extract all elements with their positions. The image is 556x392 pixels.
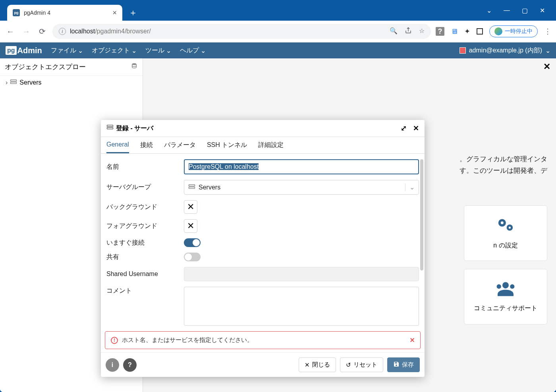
user-icon <box>459 47 466 54</box>
users-icon <box>494 281 517 300</box>
tab-advanced[interactable]: 詳細設定 <box>258 137 284 153</box>
window-minimize-icon[interactable]: — <box>504 7 510 14</box>
save-button[interactable]: 保存 <box>387 357 420 372</box>
url-input[interactable]: i localhost/pgadmin4/browser/ 🔍 ☆ <box>52 24 431 39</box>
tab-general[interactable]: General <box>106 137 129 153</box>
svg-point-6 <box>509 226 511 228</box>
sidebar-tool-icon[interactable] <box>131 62 138 71</box>
browser-tab[interactable]: pg pgAdmin 4 × <box>7 5 122 21</box>
tree-item-servers[interactable]: › Servers <box>0 76 143 89</box>
svg-point-9 <box>510 284 514 289</box>
ext-help-icon[interactable]: ? <box>436 27 444 36</box>
sidebar-header: オブジェクトエクスプロー <box>0 58 143 76</box>
tab-favicon: pg <box>13 9 20 16</box>
info-button[interactable]: i <box>106 358 119 372</box>
nav-forward-button[interactable]: → <box>21 27 32 36</box>
site-info-icon[interactable]: i <box>59 28 66 35</box>
connect-now-toggle[interactable] <box>184 238 201 247</box>
error-icon: ! <box>111 337 118 344</box>
dialog-title: 登録 - サーバ <box>116 124 153 133</box>
label-connect-now: いますぐ接続 <box>106 239 184 247</box>
background-text: 。グラフィカルな管理インタ す。このツールは開発者、デ <box>459 154 547 177</box>
label-foreground: フォアグラウンド <box>106 222 184 230</box>
scrollbar[interactable] <box>420 159 423 270</box>
bookmark-icon[interactable]: ☆ <box>419 27 425 36</box>
name-input[interactable]: PostgreSQL on localhost <box>184 159 419 174</box>
window-maximize-icon[interactable]: ▢ <box>522 7 528 14</box>
error-message: ! ホスト名、またはサービスを指定してください。 × <box>105 331 421 349</box>
menu-tool[interactable]: ツール ⌄ <box>145 46 171 55</box>
window-dropdown-icon[interactable]: ⌄ <box>486 7 492 14</box>
tab-ssh[interactable]: SSH トンネル <box>207 137 247 153</box>
svg-rect-11 <box>107 127 113 129</box>
label-background: バックグラウンド <box>106 203 184 211</box>
caret-right-icon: › <box>6 79 8 86</box>
server-group-icon <box>10 79 17 86</box>
database-icon <box>106 124 114 132</box>
dialog-close-icon[interactable]: ✕ <box>413 124 419 133</box>
reset-button[interactable]: ↺ リセット <box>340 357 383 372</box>
svg-point-4 <box>501 221 504 224</box>
window-close-icon[interactable]: ✕ <box>540 7 545 14</box>
menu-file[interactable]: ファイル ⌄ <box>51 46 83 55</box>
gear-icon <box>495 216 516 238</box>
svg-rect-1 <box>11 80 17 81</box>
reset-icon: ↺ <box>346 361 351 369</box>
svg-point-0 <box>132 63 137 65</box>
pgadmin-logo: pgAdmin <box>6 46 42 55</box>
tab-close-icon[interactable]: × <box>112 9 117 17</box>
label-shared: 共有 <box>106 253 184 261</box>
shared-toggle[interactable] <box>184 253 201 261</box>
register-server-dialog: 登録 - サーバ ⤢ ✕ General 接続 パラメータ SSH トンネル 詳… <box>101 120 425 377</box>
menu-help[interactable]: ヘルプ ⌄ <box>180 46 206 55</box>
svg-rect-13 <box>189 187 195 188</box>
url-text: localhost/pgadmin4/browser/ <box>70 28 151 35</box>
tab-title: pgAdmin 4 <box>24 10 50 16</box>
card-settings[interactable]: n の設定 <box>464 205 547 261</box>
svg-rect-12 <box>189 184 195 186</box>
help-button[interactable]: ? <box>123 358 137 372</box>
close-button[interactable]: ✕ 閉じる <box>299 357 336 372</box>
dialog-maximize-icon[interactable]: ⤢ <box>401 124 407 133</box>
menu-object[interactable]: オブジェクト ⌄ <box>92 46 137 55</box>
user-menu[interactable]: admin@example.jp (内部) ⌄ <box>459 46 550 55</box>
label-server-group: サーバグループ <box>106 183 184 191</box>
label-shared-username: Shared Username <box>106 270 184 278</box>
svg-point-7 <box>502 282 509 288</box>
new-tab-button[interactable]: ＋ <box>129 7 137 19</box>
server-group-icon <box>188 184 195 191</box>
label-name: 名前 <box>106 163 184 171</box>
foreground-color-clear[interactable]: ✕ <box>184 219 197 233</box>
svg-rect-10 <box>107 125 113 127</box>
profile-pause-badge[interactable]: 一時停止中 <box>489 25 538 37</box>
share-icon[interactable] <box>405 27 412 36</box>
card-community[interactable]: コミュニティサポート <box>464 269 547 324</box>
tab-connection[interactable]: 接続 <box>140 137 153 153</box>
panel-close-icon[interactable]: ✕ <box>543 62 550 72</box>
error-close-icon[interactable]: × <box>410 336 415 345</box>
save-icon <box>393 361 400 369</box>
nav-back-button[interactable]: ← <box>5 27 16 36</box>
background-color-clear[interactable]: ✕ <box>184 200 197 214</box>
reader-icon[interactable] <box>477 28 483 35</box>
tab-parameters[interactable]: パラメータ <box>164 137 196 153</box>
extensions-icon[interactable]: ✦ <box>464 27 470 36</box>
ext-screen-icon[interactable]: 🖥 <box>451 27 458 36</box>
comment-textarea[interactable] <box>184 287 419 326</box>
zoom-icon[interactable]: 🔍 <box>390 27 398 36</box>
kebab-menu-icon[interactable]: ⋮ <box>544 27 551 36</box>
server-group-select[interactable]: Servers ⌄ <box>184 180 419 195</box>
chevron-down-icon: ⌄ <box>405 183 415 191</box>
avatar-icon <box>494 27 502 35</box>
nav-reload-button[interactable]: ⟳ <box>37 27 48 36</box>
shared-username-input[interactable] <box>184 267 419 281</box>
label-comment: コメント <box>106 287 184 295</box>
svg-point-8 <box>497 284 501 289</box>
close-icon: ✕ <box>305 361 310 369</box>
svg-rect-2 <box>11 82 17 84</box>
